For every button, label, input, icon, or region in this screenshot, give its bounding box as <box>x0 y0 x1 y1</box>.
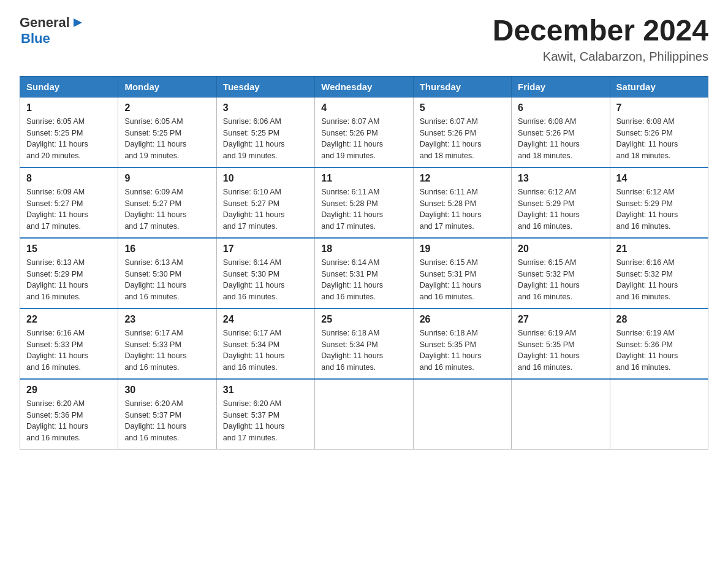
calendar-table: SundayMondayTuesdayWednesdayThursdayFrid… <box>20 76 708 450</box>
calendar-day-cell: 23 Sunrise: 6:17 AM Sunset: 5:33 PM Dayl… <box>118 308 216 379</box>
col-header-thursday: Thursday <box>413 76 511 97</box>
day-number: 5 <box>420 102 505 113</box>
day-info: Sunrise: 6:14 AM Sunset: 5:30 PM Dayligh… <box>223 257 308 303</box>
calendar-day-cell: 24 Sunrise: 6:17 AM Sunset: 5:34 PM Dayl… <box>216 308 314 379</box>
day-info: Sunrise: 6:13 AM Sunset: 5:30 PM Dayligh… <box>124 257 210 303</box>
calendar-day-cell: 12 Sunrise: 6:11 AM Sunset: 5:28 PM Dayl… <box>413 167 511 238</box>
day-number: 21 <box>616 243 702 255</box>
day-info: Sunrise: 6:19 AM Sunset: 5:35 PM Dayligh… <box>518 327 603 373</box>
day-number: 8 <box>26 173 112 184</box>
calendar-day-cell: 27 Sunrise: 6:19 AM Sunset: 5:35 PM Dayl… <box>512 308 610 379</box>
calendar-day-cell <box>413 379 511 450</box>
calendar-week-row: 8 Sunrise: 6:09 AM Sunset: 5:27 PM Dayli… <box>20 167 708 238</box>
svg-marker-0 <box>74 18 82 27</box>
col-header-tuesday: Tuesday <box>216 76 314 97</box>
day-info: Sunrise: 6:11 AM Sunset: 5:28 PM Dayligh… <box>420 186 505 232</box>
day-number: 10 <box>223 173 308 184</box>
calendar-day-cell: 18 Sunrise: 6:14 AM Sunset: 5:31 PM Dayl… <box>315 238 413 308</box>
calendar-week-row: 29 Sunrise: 6:20 AM Sunset: 5:36 PM Dayl… <box>20 379 708 450</box>
col-header-monday: Monday <box>118 76 216 97</box>
day-info: Sunrise: 6:08 AM Sunset: 5:26 PM Dayligh… <box>616 116 702 162</box>
day-number: 6 <box>518 102 603 113</box>
day-info: Sunrise: 6:16 AM Sunset: 5:33 PM Dayligh… <box>26 327 112 373</box>
calendar-day-cell <box>512 379 610 450</box>
day-number: 3 <box>223 102 308 113</box>
calendar-day-cell: 31 Sunrise: 6:20 AM Sunset: 5:37 PM Dayl… <box>216 379 314 450</box>
page-header: General Blue December 2024 Kawit, Calaba… <box>20 15 708 64</box>
day-info: Sunrise: 6:09 AM Sunset: 5:27 PM Dayligh… <box>124 186 210 232</box>
calendar-day-cell: 11 Sunrise: 6:11 AM Sunset: 5:28 PM Dayl… <box>315 167 413 238</box>
day-number: 25 <box>321 314 406 325</box>
day-number: 28 <box>616 314 702 325</box>
calendar-week-row: 1 Sunrise: 6:05 AM Sunset: 5:25 PM Dayli… <box>20 97 708 167</box>
day-info: Sunrise: 6:14 AM Sunset: 5:31 PM Dayligh… <box>321 257 406 303</box>
calendar-day-cell: 29 Sunrise: 6:20 AM Sunset: 5:36 PM Dayl… <box>20 379 118 450</box>
calendar-day-cell: 4 Sunrise: 6:07 AM Sunset: 5:26 PM Dayli… <box>315 97 413 167</box>
calendar-subtitle: Kawit, Calabarzon, Philippines <box>493 50 708 64</box>
day-info: Sunrise: 6:15 AM Sunset: 5:32 PM Dayligh… <box>518 257 603 303</box>
calendar-day-cell: 13 Sunrise: 6:12 AM Sunset: 5:29 PM Dayl… <box>512 167 610 238</box>
calendar-week-row: 15 Sunrise: 6:13 AM Sunset: 5:29 PM Dayl… <box>20 238 708 308</box>
day-number: 2 <box>124 102 210 113</box>
day-number: 23 <box>124 314 210 325</box>
calendar-day-cell <box>315 379 413 450</box>
day-info: Sunrise: 6:07 AM Sunset: 5:26 PM Dayligh… <box>321 116 406 162</box>
calendar-week-row: 22 Sunrise: 6:16 AM Sunset: 5:33 PM Dayl… <box>20 308 708 379</box>
day-number: 12 <box>420 173 505 184</box>
day-info: Sunrise: 6:18 AM Sunset: 5:35 PM Dayligh… <box>420 327 505 373</box>
day-number: 27 <box>518 314 603 325</box>
col-header-friday: Friday <box>512 76 610 97</box>
title-section: December 2024 Kawit, Calabarzon, Philipp… <box>493 15 708 64</box>
calendar-day-cell: 2 Sunrise: 6:05 AM Sunset: 5:25 PM Dayli… <box>118 97 216 167</box>
day-info: Sunrise: 6:13 AM Sunset: 5:29 PM Dayligh… <box>26 257 112 303</box>
day-number: 18 <box>321 243 406 255</box>
calendar-day-cell: 17 Sunrise: 6:14 AM Sunset: 5:30 PM Dayl… <box>216 238 314 308</box>
calendar-day-cell: 9 Sunrise: 6:09 AM Sunset: 5:27 PM Dayli… <box>118 167 216 238</box>
day-number: 15 <box>26 243 112 255</box>
day-info: Sunrise: 6:20 AM Sunset: 5:37 PM Dayligh… <box>124 398 210 444</box>
day-info: Sunrise: 6:08 AM Sunset: 5:26 PM Dayligh… <box>518 116 603 162</box>
calendar-day-cell: 28 Sunrise: 6:19 AM Sunset: 5:36 PM Dayl… <box>610 308 708 379</box>
col-header-saturday: Saturday <box>610 76 708 97</box>
day-info: Sunrise: 6:09 AM Sunset: 5:27 PM Dayligh… <box>26 186 112 232</box>
calendar-title: December 2024 <box>493 15 708 47</box>
day-info: Sunrise: 6:20 AM Sunset: 5:36 PM Dayligh… <box>26 398 112 444</box>
day-number: 20 <box>518 243 603 255</box>
day-info: Sunrise: 6:17 AM Sunset: 5:33 PM Dayligh… <box>124 327 210 373</box>
calendar-header-row: SundayMondayTuesdayWednesdayThursdayFrid… <box>20 76 708 97</box>
logo-blue-text: Blue <box>21 31 50 47</box>
day-info: Sunrise: 6:10 AM Sunset: 5:27 PM Dayligh… <box>223 186 308 232</box>
day-number: 14 <box>616 173 702 184</box>
day-info: Sunrise: 6:17 AM Sunset: 5:34 PM Dayligh… <box>223 327 308 373</box>
calendar-day-cell: 10 Sunrise: 6:10 AM Sunset: 5:27 PM Dayl… <box>216 167 314 238</box>
day-info: Sunrise: 6:12 AM Sunset: 5:29 PM Dayligh… <box>616 186 702 232</box>
day-info: Sunrise: 6:05 AM Sunset: 5:25 PM Dayligh… <box>26 116 112 162</box>
calendar-day-cell: 7 Sunrise: 6:08 AM Sunset: 5:26 PM Dayli… <box>610 97 708 167</box>
calendar-day-cell: 16 Sunrise: 6:13 AM Sunset: 5:30 PM Dayl… <box>118 238 216 308</box>
day-info: Sunrise: 6:15 AM Sunset: 5:31 PM Dayligh… <box>420 257 505 303</box>
calendar-day-cell: 30 Sunrise: 6:20 AM Sunset: 5:37 PM Dayl… <box>118 379 216 450</box>
day-info: Sunrise: 6:05 AM Sunset: 5:25 PM Dayligh… <box>124 116 210 162</box>
day-number: 26 <box>420 314 505 325</box>
logo-arrow-icon <box>71 16 85 29</box>
day-info: Sunrise: 6:12 AM Sunset: 5:29 PM Dayligh… <box>518 186 603 232</box>
calendar-day-cell: 3 Sunrise: 6:06 AM Sunset: 5:25 PM Dayli… <box>216 97 314 167</box>
day-info: Sunrise: 6:11 AM Sunset: 5:28 PM Dayligh… <box>321 186 406 232</box>
calendar-day-cell: 26 Sunrise: 6:18 AM Sunset: 5:35 PM Dayl… <box>413 308 511 379</box>
calendar-day-cell: 14 Sunrise: 6:12 AM Sunset: 5:29 PM Dayl… <box>610 167 708 238</box>
logo-general-text: General <box>20 15 70 31</box>
day-number: 7 <box>616 102 702 113</box>
calendar-day-cell: 5 Sunrise: 6:07 AM Sunset: 5:26 PM Dayli… <box>413 97 511 167</box>
day-number: 1 <box>26 102 112 113</box>
col-header-wednesday: Wednesday <box>315 76 413 97</box>
day-number: 16 <box>124 243 210 255</box>
calendar-day-cell: 15 Sunrise: 6:13 AM Sunset: 5:29 PM Dayl… <box>20 238 118 308</box>
calendar-day-cell: 22 Sunrise: 6:16 AM Sunset: 5:33 PM Dayl… <box>20 308 118 379</box>
day-info: Sunrise: 6:06 AM Sunset: 5:25 PM Dayligh… <box>223 116 308 162</box>
calendar-day-cell <box>610 379 708 450</box>
calendar-day-cell: 1 Sunrise: 6:05 AM Sunset: 5:25 PM Dayli… <box>20 97 118 167</box>
day-info: Sunrise: 6:19 AM Sunset: 5:36 PM Dayligh… <box>616 327 702 373</box>
day-number: 17 <box>223 243 308 255</box>
day-number: 22 <box>26 314 112 325</box>
day-number: 11 <box>321 173 406 184</box>
